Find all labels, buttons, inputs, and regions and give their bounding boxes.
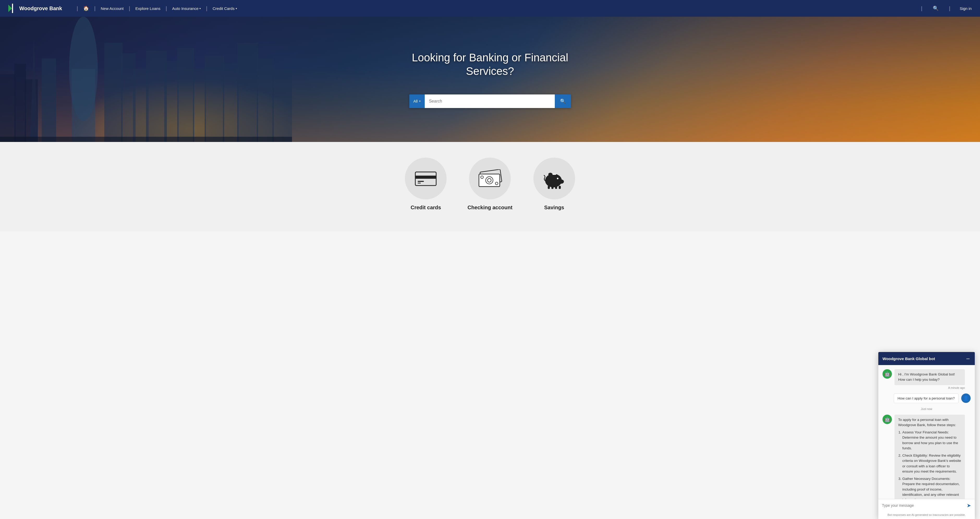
search-submit-button[interactable]: 🔍	[555, 94, 571, 108]
navbar: Woodgrove Bank | 🏠 | New Account | Explo…	[0, 0, 980, 17]
cash-icon	[477, 169, 503, 188]
svg-rect-24	[415, 176, 436, 179]
svg-marker-1	[8, 5, 12, 12]
svg-rect-4	[14, 64, 26, 142]
svg-rect-7	[42, 59, 56, 142]
nav-divider-4: |	[202, 5, 212, 11]
chevron-down-icon-2: ▾	[236, 7, 237, 10]
svg-rect-39	[559, 186, 561, 189]
svg-rect-26	[418, 183, 421, 184]
service-label-savings: Savings	[544, 204, 564, 211]
service-card-checking-account[interactable]: Checking account	[468, 158, 512, 211]
hero-section: Looking for Banking or Financial Service…	[0, 17, 980, 142]
svg-point-41	[557, 178, 558, 179]
svg-rect-14	[164, 61, 178, 142]
services-section: Credit cards Checking account	[0, 142, 980, 232]
svg-rect-20	[257, 59, 274, 142]
service-icon-checking-circle	[469, 158, 511, 200]
svg-rect-3	[0, 74, 16, 142]
nav-divider-5: |	[917, 5, 927, 11]
svg-rect-10	[104, 43, 123, 142]
svg-rect-16	[193, 69, 206, 142]
navbar-nav: | 🏠 | New Account | Explore Loans | Auto…	[73, 3, 917, 13]
nav-divider-2: |	[125, 5, 134, 11]
nav-divider-6: |	[945, 5, 955, 11]
svg-rect-21	[272, 69, 292, 142]
nav-divider-home: |	[73, 5, 82, 11]
brand-logo	[8, 4, 17, 13]
brand-name: Woodgrove Bank	[19, 5, 62, 11]
brand[interactable]: Woodgrove Bank	[8, 4, 62, 13]
svg-rect-9	[72, 69, 95, 142]
svg-rect-17	[205, 56, 224, 142]
service-label-checking-account: Checking account	[468, 204, 512, 211]
sidebar-item-explore-loans[interactable]: Explore Loans	[134, 4, 161, 13]
nav-home-icon[interactable]: 🏠	[82, 3, 90, 13]
svg-rect-0	[12, 4, 13, 13]
svg-rect-13	[146, 51, 167, 142]
search-input[interactable]	[425, 94, 555, 108]
chevron-down-icon-search: ▾	[419, 100, 420, 102]
nav-divider-1: |	[90, 5, 100, 11]
sidebar-item-credit-cards[interactable]: Credit Cards ▾	[212, 4, 238, 13]
svg-point-35	[548, 173, 552, 176]
svg-rect-37	[551, 186, 554, 189]
svg-rect-19	[237, 43, 258, 142]
service-icon-savings-circle	[533, 158, 575, 200]
credit-card-icon	[414, 169, 438, 188]
svg-rect-25	[418, 181, 424, 182]
search-filter-button[interactable]: All ▾	[409, 94, 425, 108]
svg-point-34	[559, 179, 564, 184]
svg-rect-36	[548, 186, 550, 189]
search-icon[interactable]: 🔍	[932, 5, 940, 12]
nav-divider-3: |	[161, 5, 171, 11]
sidebar-item-auto-insurance[interactable]: Auto Insurance ▾	[171, 4, 202, 13]
hero-title: Looking for Banking or Financial Service…	[412, 51, 568, 78]
search-bar: All ▾ 🔍	[409, 94, 571, 108]
navbar-right: | 🔍 | Sign in	[917, 5, 972, 12]
service-label-credit-cards: Credit cards	[410, 204, 441, 211]
sidebar-item-new-account[interactable]: New Account	[100, 4, 125, 13]
svg-rect-38	[555, 186, 557, 189]
service-card-savings[interactable]: Savings	[533, 158, 575, 211]
search-icon-btn: 🔍	[560, 98, 566, 104]
svg-rect-18	[223, 64, 239, 142]
svg-rect-15	[177, 48, 194, 142]
hero-content: Looking for Banking or Financial Service…	[412, 51, 568, 87]
chevron-down-icon: ▾	[199, 7, 201, 10]
svg-rect-22	[0, 137, 292, 142]
svg-rect-40	[552, 174, 556, 175]
sign-in-button[interactable]: Sign in	[960, 6, 972, 11]
piggy-bank-icon	[542, 168, 566, 189]
service-icon-credit-card-circle	[405, 158, 447, 200]
hero-city-illustration	[0, 17, 292, 142]
service-card-credit-cards[interactable]: Credit cards	[405, 158, 447, 211]
